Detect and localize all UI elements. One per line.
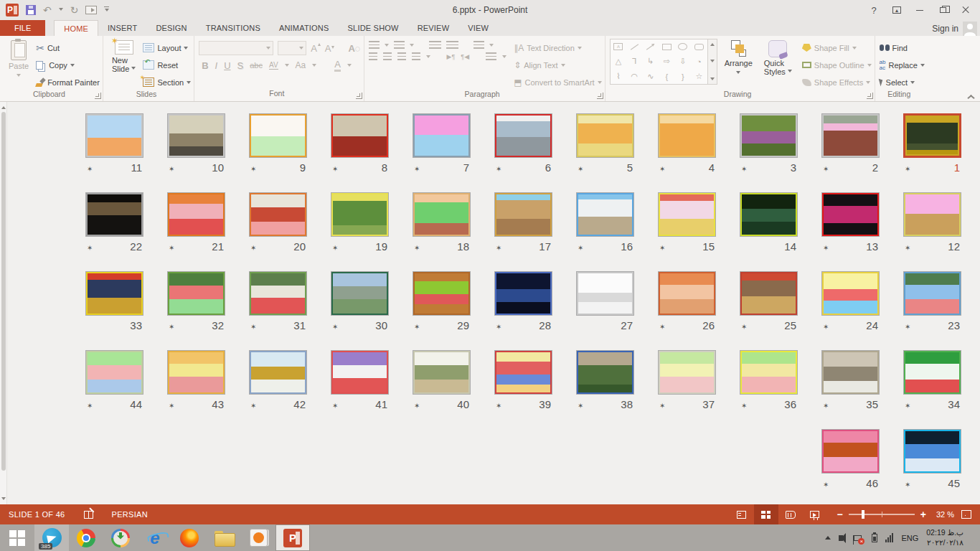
volume-icon[interactable] <box>839 535 843 541</box>
action-center-icon[interactable] <box>854 535 862 541</box>
right-brace-shape-icon[interactable]: } <box>682 72 684 81</box>
slide-26-thumbnail[interactable] <box>658 271 716 316</box>
slide-5-thumbnail[interactable] <box>576 113 634 158</box>
slide-43-thumbnail[interactable] <box>167 350 225 395</box>
slide-31-thumbnail[interactable] <box>249 271 307 316</box>
slide-sorter-view-button[interactable] <box>754 504 778 524</box>
section-button[interactable]: Section <box>143 75 191 90</box>
zoom-slider[interactable] <box>849 514 915 515</box>
taskbar-file-explorer[interactable] <box>207 524 241 551</box>
line-spacing-icon[interactable] <box>473 41 484 49</box>
elbow-connector-icon[interactable]: Ꞁ <box>632 57 636 66</box>
tab-home[interactable]: HOME <box>54 20 98 36</box>
slide-20-thumbnail[interactable] <box>249 192 307 237</box>
triangle-shape-icon[interactable]: △ <box>616 57 621 66</box>
underline-button[interactable]: U <box>224 60 230 71</box>
normal-view-button[interactable] <box>730 504 754 524</box>
slide-16-thumbnail[interactable] <box>576 192 634 237</box>
line-shape-icon[interactable] <box>631 44 639 50</box>
slide-37-thumbnail[interactable] <box>658 350 716 395</box>
ellipse-shape-icon[interactable] <box>678 43 687 50</box>
shapes-scroll-down-icon[interactable] <box>710 60 715 65</box>
collapse-ribbon-icon[interactable] <box>967 94 974 98</box>
strikethrough-button[interactable]: abc <box>250 61 263 70</box>
slide-23-thumbnail[interactable] <box>903 271 961 316</box>
paragraph-dialog-launcher[interactable] <box>597 93 603 99</box>
font-size-combo[interactable] <box>278 41 306 55</box>
star-shape-icon[interactable]: ☆ <box>695 72 702 81</box>
left-brace-shape-icon[interactable]: { <box>666 72 669 81</box>
slide-32-thumbnail[interactable] <box>167 271 225 316</box>
language-switcher[interactable]: ENG <box>901 534 918 542</box>
curve-shape-icon[interactable]: ∿ <box>647 72 654 81</box>
fit-slide-to-window-button[interactable] <box>961 510 971 519</box>
slide-39-thumbnail[interactable] <box>494 350 552 395</box>
zoom-out-button[interactable]: − <box>837 509 843 520</box>
clock[interactable]: ب.ظ 02:19 ۲۰۲۲/۰۲/۱۸ <box>926 528 963 547</box>
align-text-button[interactable]: ⇕Align Text <box>514 57 602 72</box>
arc-shape-icon[interactable]: ◠ <box>631 72 639 81</box>
tab-design[interactable]: DESIGN <box>146 20 196 36</box>
slide-36-thumbnail[interactable] <box>740 350 798 395</box>
shapes-more-icon[interactable] <box>710 77 715 83</box>
tab-review[interactable]: REVIEW <box>408 20 459 36</box>
slide-18-thumbnail[interactable] <box>413 192 471 237</box>
reading-view-button[interactable] <box>778 504 803 524</box>
shadow-button[interactable]: S <box>237 60 244 71</box>
justify-icon[interactable] <box>412 52 420 60</box>
tab-insert[interactable]: INSERT <box>98 20 146 36</box>
drawing-dialog-launcher[interactable] <box>867 93 873 99</box>
numbering-icon[interactable] <box>394 41 405 49</box>
text-box-shape-icon[interactable]: A <box>613 43 623 50</box>
slide-35-thumbnail[interactable] <box>821 350 880 395</box>
quick-styles-button[interactable]: QuickStyles <box>760 39 796 90</box>
slide-1-thumbnail[interactable] <box>903 113 961 158</box>
taskbar-media-player[interactable] <box>241 524 275 551</box>
slide-42-thumbnail[interactable] <box>249 350 307 395</box>
clear-formatting-button[interactable]: A◌ <box>348 43 360 54</box>
slide-19-thumbnail[interactable] <box>331 192 389 237</box>
slide-3-thumbnail[interactable] <box>740 113 798 158</box>
slide-7-thumbnail[interactable] <box>413 113 471 158</box>
slide-44-thumbnail[interactable] <box>85 350 143 395</box>
minimize-button[interactable] <box>910 2 930 18</box>
clipboard-dialog-launcher[interactable] <box>95 93 101 99</box>
taskbar-internet-explorer[interactable]: e <box>138 524 172 551</box>
character-spacing-button[interactable]: AV <box>269 61 278 70</box>
slide-46-thumbnail[interactable] <box>821 429 880 474</box>
slide-33-thumbnail[interactable] <box>85 271 143 316</box>
slide-10-thumbnail[interactable] <box>167 113 225 158</box>
slide-21-thumbnail[interactable] <box>167 192 225 237</box>
taskbar-chrome[interactable] <box>69 524 103 551</box>
increase-indent-icon[interactable] <box>446 41 458 49</box>
copy-button[interactable]: Copy <box>36 57 100 72</box>
slide-30-thumbnail[interactable] <box>331 271 389 316</box>
slide-11-thumbnail[interactable] <box>85 113 143 158</box>
shapes-gallery-scrollbar[interactable] <box>707 39 717 84</box>
slide-25-thumbnail[interactable] <box>740 271 798 316</box>
slide-17-thumbnail[interactable] <box>494 192 552 237</box>
tab-transitions[interactable]: TRANSITIONS <box>197 20 270 36</box>
vertical-scrollbar[interactable] <box>0 102 7 504</box>
restore-button[interactable] <box>933 2 953 18</box>
shape-effects-button[interactable]: Shape Effects <box>802 75 872 90</box>
slide-27-thumbnail[interactable] <box>576 271 634 316</box>
slide-12-thumbnail[interactable] <box>903 192 961 237</box>
italic-button[interactable]: I <box>215 60 218 71</box>
slide-14-thumbnail[interactable] <box>740 192 798 237</box>
zoom-in-button[interactable]: + <box>920 509 926 520</box>
text-direction-button[interactable]: ∥AText Direction <box>514 40 602 55</box>
spell-check-icon[interactable] <box>84 511 93 519</box>
arrow-shape-icon[interactable] <box>646 44 654 50</box>
slide-40-thumbnail[interactable] <box>413 350 471 395</box>
slide-9-thumbnail[interactable] <box>249 113 307 158</box>
language-indicator[interactable]: PERSIAN <box>112 510 148 519</box>
align-right-icon[interactable] <box>397 52 406 60</box>
slide-6-thumbnail[interactable] <box>494 113 552 158</box>
bullets-icon[interactable] <box>369 41 380 49</box>
rounded-rectangle-shape-icon[interactable] <box>694 44 704 50</box>
slide-34-thumbnail[interactable] <box>903 350 961 395</box>
arrange-button[interactable]: Arrange <box>720 39 757 90</box>
slide-24-thumbnail[interactable] <box>821 271 880 316</box>
format-painter-button[interactable]: Format Painter <box>36 75 100 90</box>
